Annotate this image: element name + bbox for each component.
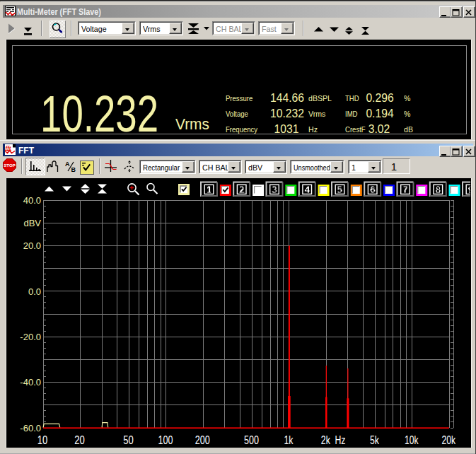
svg-text:10: 10 xyxy=(37,434,48,446)
svg-text:20k: 20k xyxy=(441,434,455,446)
svg-text:dBV: dBV xyxy=(23,218,41,228)
svg-text:-40.0: -40.0 xyxy=(20,377,41,388)
svg-text:40.0: 40.0 xyxy=(23,195,41,206)
svg-text:200: 200 xyxy=(195,434,210,446)
svg-text:50: 50 xyxy=(123,434,134,446)
svg-text:B: B xyxy=(71,166,76,173)
svg-text:-20.0: -20.0 xyxy=(20,332,41,342)
svg-text:20.0: 20.0 xyxy=(23,240,41,251)
svg-text:20: 20 xyxy=(74,434,85,446)
svg-text:fft: fft xyxy=(6,144,12,151)
svg-text:Hz: Hz xyxy=(335,434,346,446)
svg-text:500: 500 xyxy=(244,434,259,446)
svg-text:2k: 2k xyxy=(321,434,331,446)
svg-text:0.0: 0.0 xyxy=(28,286,41,297)
svg-text:5k: 5k xyxy=(370,434,380,446)
svg-text:100: 100 xyxy=(158,434,173,446)
svg-text:1k: 1k xyxy=(284,434,294,446)
svg-text:A: A xyxy=(65,161,70,168)
svg-text:10k: 10k xyxy=(405,434,419,446)
svg-text:-60.0: -60.0 xyxy=(20,423,41,433)
svg-text:STOP: STOP xyxy=(4,163,16,168)
